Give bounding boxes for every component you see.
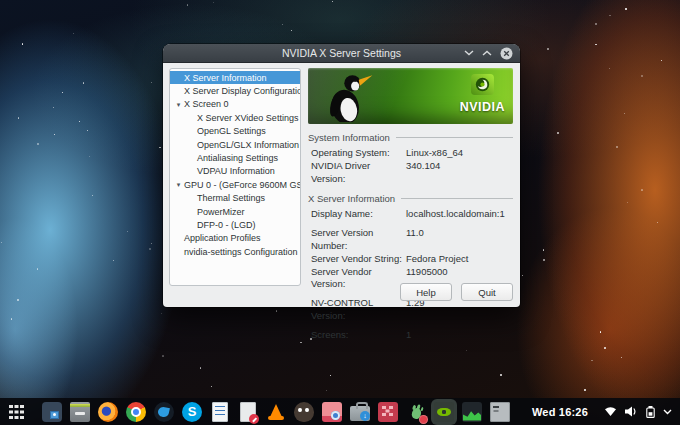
nvidia-eye-icon: [471, 81, 494, 98]
package-grid-icon[interactable]: [378, 402, 398, 422]
star: [625, 8, 626, 9]
system-monitor-icon[interactable]: [462, 402, 482, 422]
section-title: System Information: [308, 132, 390, 143]
sidebar-item[interactable]: ▾GPU 0 - (GeForce 9600M GS): [170, 178, 300, 191]
sidebar-item-label: Antialiasing Settings: [197, 153, 278, 163]
tray-chevron-icon[interactable]: [663, 409, 672, 415]
gimp-icon[interactable]: [294, 402, 314, 422]
star: [162, 355, 164, 357]
app-grid-icon[interactable]: [6, 402, 26, 422]
star: [332, 1, 333, 2]
star: [213, 2, 214, 3]
star: [466, 350, 467, 351]
help-button[interactable]: Help: [400, 283, 452, 301]
battery-icon[interactable]: [646, 406, 655, 418]
maximize-icon[interactable]: [482, 50, 492, 56]
sidebar-item[interactable]: ▾X Screen 0: [170, 98, 300, 111]
volume-icon[interactable]: [625, 406, 638, 417]
close-icon[interactable]: [500, 47, 513, 60]
sidebar-item-label: X Screen 0: [184, 99, 229, 109]
star: [616, 146, 618, 148]
star: [291, 30, 293, 32]
clock[interactable]: Wed 16:26: [532, 406, 588, 418]
sidebar-item[interactable]: Antialiasing Settings: [170, 151, 300, 164]
sidebar-item-label: OpenGL/GLX Information: [197, 140, 299, 150]
info-value: Fedora Project: [406, 253, 468, 266]
sidebar-item[interactable]: X Server Display Configuration: [170, 84, 300, 97]
section-rule: [396, 137, 513, 138]
sidebar-item[interactable]: PowerMizer: [170, 205, 300, 218]
thunderbird-icon[interactable]: [154, 402, 174, 422]
star: [661, 60, 663, 62]
quit-button[interactable]: Quit: [461, 283, 513, 301]
sidebar-item[interactable]: Thermal Settings: [170, 192, 300, 205]
sidebar-item[interactable]: nvidia-settings Configuration: [170, 245, 300, 258]
sidebar-item[interactable]: X Server Information: [170, 71, 300, 84]
minimize-icon[interactable]: [464, 50, 474, 56]
info-row: Screens:1: [311, 329, 513, 342]
sidebar-item-label: Thermal Settings: [197, 193, 265, 203]
info-label: NV-CONTROL Version:: [311, 297, 406, 323]
dialog-buttons: HelpQuit: [400, 283, 513, 301]
star: [62, 92, 63, 93]
star: [624, 113, 625, 114]
expander-icon[interactable]: ▾: [173, 98, 184, 111]
star: [89, 156, 90, 157]
titlebar[interactable]: NVIDIA X Server Settings: [163, 44, 520, 63]
star: [187, 4, 189, 6]
sidebar-item[interactable]: VDPAU Information: [170, 165, 300, 178]
terminal-icon[interactable]: [490, 402, 510, 422]
sidebar-item-label: X Server XVideo Settings: [197, 113, 298, 123]
info-label: Server Vendor Version:: [311, 266, 406, 292]
info-group: Display Name:localhost.localdomain:1: [308, 208, 513, 221]
sidebar-item-label: X Server Display Configuration: [184, 86, 301, 96]
wifi-icon[interactable]: [604, 406, 617, 417]
star: [591, 360, 592, 361]
firefox-icon[interactable]: [98, 402, 118, 422]
star: [159, 147, 161, 149]
star: [282, 24, 283, 25]
star: [276, 310, 278, 312]
info-label: Screens:: [311, 329, 406, 342]
star: [211, 386, 212, 387]
star: [73, 33, 74, 34]
star: [522, 275, 523, 276]
info-value: 340.104: [406, 160, 440, 186]
media-capture-icon[interactable]: [322, 402, 342, 422]
info-value: 1: [406, 329, 411, 342]
software-updater-icon[interactable]: [240, 402, 256, 422]
nvidia-brand-text: NVIDIA: [460, 100, 505, 114]
info-label: Display Name:: [311, 208, 406, 221]
gnome-foot-icon[interactable]: [406, 402, 426, 422]
star: [326, 390, 327, 391]
sidebar-item[interactable]: Application Profiles: [170, 232, 300, 245]
sidebar-item[interactable]: OpenGL Settings: [170, 125, 300, 138]
vlc-icon[interactable]: [266, 402, 286, 422]
star: [500, 374, 502, 376]
sidebar-item-label: DFP-0 - (LGD): [197, 220, 256, 230]
sidebar-item[interactable]: DFP-0 - (LGD): [170, 218, 300, 231]
info-group: Operating System:Linux-x86_64NVIDIA Driv…: [308, 147, 513, 185]
archive-manager-icon[interactable]: [70, 402, 90, 422]
document-writer-icon[interactable]: [212, 402, 228, 422]
info-row: NV-CONTROL Version:1.29: [311, 297, 513, 323]
nvidia-settings-icon[interactable]: [434, 402, 454, 422]
sidebar-item[interactable]: X Server XVideo Settings: [170, 111, 300, 124]
info-label: Server Version Number:: [311, 227, 406, 253]
window-controls: [464, 44, 513, 62]
star: [79, 121, 81, 123]
section-rule: [401, 198, 513, 199]
info-group: NV-CONTROL Version:1.29: [308, 297, 513, 323]
chrome-icon[interactable]: [126, 402, 146, 422]
expander-icon[interactable]: ▾: [173, 178, 184, 191]
backup-briefcase-icon[interactable]: [350, 406, 370, 421]
skype-icon[interactable]: [182, 402, 202, 422]
sidebar-item-label: X Server Information: [184, 73, 267, 83]
star: [543, 249, 545, 251]
info-value: 1.29: [406, 297, 425, 323]
star: [200, 367, 201, 368]
sidebar-item-label: Application Profiles: [184, 233, 261, 243]
sidebar-item[interactable]: OpenGL/GLX Information: [170, 138, 300, 151]
screenshot-tool-icon[interactable]: [42, 402, 62, 422]
star: [595, 23, 597, 25]
